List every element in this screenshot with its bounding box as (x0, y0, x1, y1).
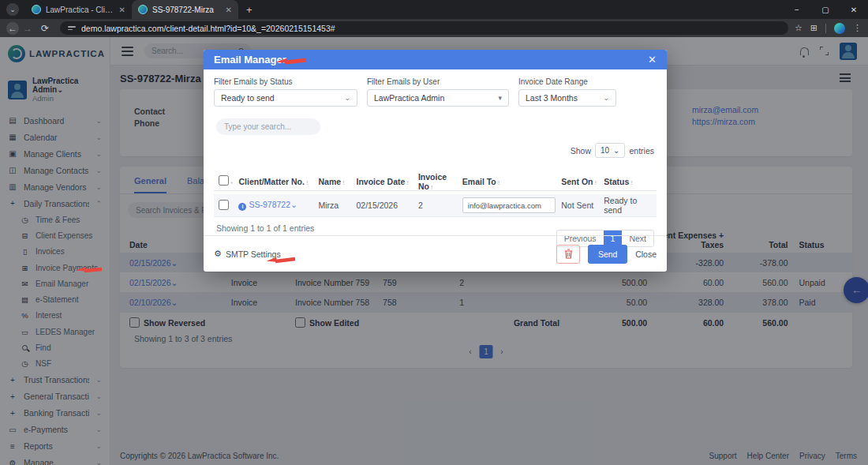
email-manager-modal: Email Manager ✕ Filter Emails by Status … (204, 50, 667, 272)
gear-icon: ⚙ (214, 249, 222, 259)
status-select[interactable]: Ready to send⌄ (214, 89, 357, 107)
sort-icon: ⁞ (406, 179, 409, 186)
delete-button[interactable] (556, 245, 580, 264)
modal-search-input[interactable]: Type your search... (216, 118, 320, 135)
show-entries-control: Show 10⌄ entries (571, 143, 654, 158)
status-text: Ready to send (604, 196, 652, 215)
sort-icon: ⁞ (498, 179, 500, 186)
sort-icon: ⁞ (630, 179, 633, 186)
trash-icon (564, 249, 573, 259)
maximize-button[interactable]: ▢ (811, 6, 840, 14)
modal-header: Email Manager ✕ (204, 50, 667, 69)
favicon (138, 5, 148, 14)
favicon (32, 5, 41, 14)
divider (825, 24, 826, 33)
annotation-arrow-smtp (265, 254, 297, 267)
url-bar[interactable]: demo.lawpractica.com/client-detail.html?… (60, 21, 788, 35)
tab-title: LawPractica - Client Centre (46, 6, 114, 14)
new-tab-button[interactable]: + (246, 4, 253, 16)
browser-tab-2-active[interactable]: SS-978722-Mirza ✕ (132, 0, 238, 19)
bookmark-icon[interactable]: ☆ (795, 23, 803, 33)
screen: ⌄ LawPractica - Client Centre ✕ SS-97872… (0, 0, 868, 465)
chevron-down-icon: ⌄ (290, 200, 297, 209)
tab-search-button[interactable]: ⌄ (6, 3, 19, 16)
filter-date-range: Invoice Date Range Last 3 Months⌄ (518, 77, 616, 107)
chevron-down-icon: ⌄ (613, 146, 619, 155)
tab-title: SS-978722-Mirza (152, 6, 221, 14)
col-status[interactable]: Status⁞ (604, 177, 652, 186)
browser-tab-1[interactable]: LawPractica - Client Centre ✕ (25, 0, 132, 19)
window-controls: − ▢ ✕ (783, 0, 868, 19)
filter-user: Filter Emails by User LawPractica Admin▾ (367, 77, 509, 107)
extensions-icon[interactable]: ⊞ (810, 23, 817, 33)
browser-tabstrip: ⌄ LawPractica - Client Centre ✕ SS-97872… (0, 0, 868, 19)
modal-close-icon[interactable]: ✕ (648, 54, 657, 66)
site-info-icon[interactable] (68, 24, 76, 32)
browser-profile-avatar[interactable] (834, 23, 845, 34)
close-button[interactable]: Close (635, 249, 657, 259)
client-matter-link[interactable]: SS-978722 (249, 200, 290, 209)
toolbar-icons: ☆ ⊞ ⋮ (795, 23, 862, 34)
info-icon[interactable]: i (238, 203, 246, 211)
browser-toolbar: ← → ⟳ demo.lawpractica.com/client-detail… (0, 19, 868, 37)
chevron-down-icon: ⌄ (344, 94, 350, 102)
reload-button[interactable]: ⟳ (36, 23, 54, 34)
chevron-down-icon: ⌄ (9, 6, 16, 13)
user-select[interactable]: LawPractica Admin▾ (367, 89, 509, 107)
email-to-input[interactable]: info@lawpractica.com (462, 197, 556, 213)
close-window-button[interactable]: ✕ (840, 6, 868, 14)
page-size-select[interactable]: 10⌄ (595, 143, 626, 158)
modal-showing-text: Showing 1 to 1 of 1 entries (216, 223, 314, 233)
row-checkbox[interactable] (219, 200, 229, 210)
send-button[interactable]: Send (588, 245, 627, 264)
annotation-arrow-sidebar (75, 264, 103, 276)
forward-button[interactable]: → (19, 23, 36, 34)
col-invoice-date[interactable]: Invoice Date⁞ (357, 177, 418, 186)
browser-menu-icon[interactable]: ⋮ (853, 23, 862, 33)
sort-icon: ⁞ (342, 179, 345, 186)
tab-close-icon[interactable]: ✕ (226, 6, 232, 14)
annotation-arrow-title (275, 55, 308, 69)
chevron-down-icon: ▾ (498, 94, 502, 102)
modal-table-header: * Client/Matter No.⁞ Name⁞ Invoice Date⁞… (214, 172, 657, 191)
sort-icon: ⁞ (306, 179, 309, 186)
filter-status: Filter Emails by Status Ready to send⌄ (214, 77, 357, 107)
col-client-matter[interactable]: Client/Matter No.⁞ (238, 177, 318, 186)
modal-table-row[interactable]: iSS-978722⌄ Mirza 02/15/2026 2 info@lawp… (214, 194, 657, 217)
modal-body: Filter Emails by Status Ready to send⌄ F… (204, 69, 667, 77)
chevron-down-icon: ⌄ (603, 94, 609, 102)
select-all-checkbox[interactable] (219, 175, 229, 186)
col-name[interactable]: Name⁞ (318, 177, 356, 186)
col-invoice-no[interactable]: Invoice No⁞ (418, 172, 462, 191)
minimize-button[interactable]: − (783, 6, 811, 14)
col-sent-on[interactable]: Sent On⁞ (561, 177, 604, 186)
tab-close-icon[interactable]: ✕ (119, 6, 125, 14)
url-text: demo.lawpractica.com/client-detail.html?… (81, 24, 335, 33)
back-button[interactable]: ← (6, 22, 19, 35)
col-email-to[interactable]: Email To⁞ (462, 177, 561, 186)
sort-icon: ⁞ (595, 179, 597, 186)
date-range-select[interactable]: Last 3 Months⌄ (518, 89, 616, 107)
sort-icon: ⁞ (431, 184, 433, 191)
